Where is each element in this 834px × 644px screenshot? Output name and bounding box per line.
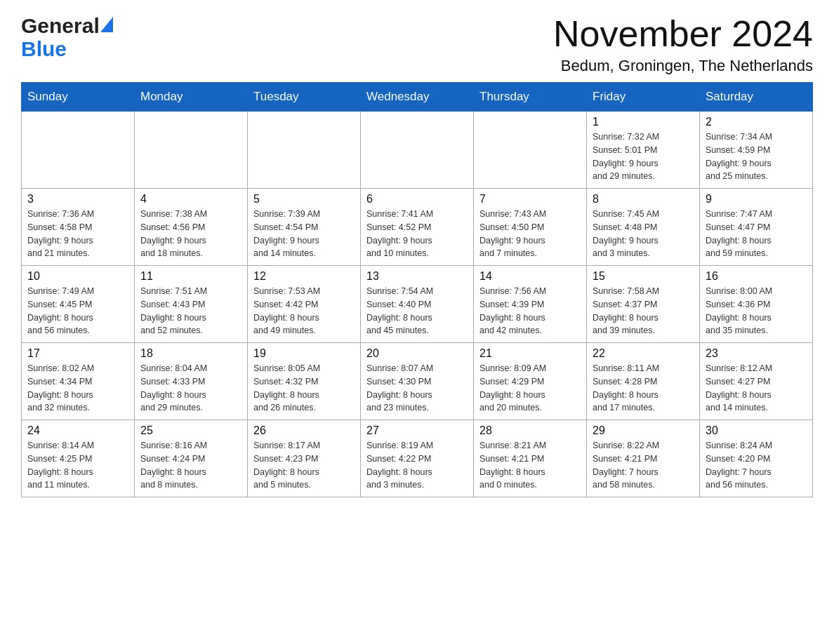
logo: General Blue [21,14,113,61]
calendar-cell: 1Sunrise: 7:32 AM Sunset: 5:01 PM Daylig… [587,112,700,189]
day-number: 27 [366,424,468,437]
day-info: Sunrise: 7:39 AM Sunset: 4:54 PM Dayligh… [253,208,355,260]
svg-marker-0 [100,17,113,32]
day-info: Sunrise: 8:22 AM Sunset: 4:21 PM Dayligh… [593,439,694,492]
day-number: 18 [140,347,241,360]
col-sunday: Sunday [22,83,135,112]
day-number: 14 [479,270,581,283]
day-info: Sunrise: 7:58 AM Sunset: 4:37 PM Dayligh… [593,285,694,337]
day-number: 28 [479,424,581,437]
day-info: Sunrise: 8:21 AM Sunset: 4:21 PM Dayligh… [479,439,581,492]
day-number: 11 [140,270,241,283]
calendar-cell: 26Sunrise: 8:17 AM Sunset: 4:23 PM Dayli… [248,420,361,497]
calendar-cell: 29Sunrise: 8:22 AM Sunset: 4:21 PM Dayli… [587,420,700,497]
calendar-cell: 5Sunrise: 7:39 AM Sunset: 4:54 PM Daylig… [248,189,361,266]
calendar-cell: 15Sunrise: 7:58 AM Sunset: 4:37 PM Dayli… [587,266,700,343]
calendar-cell: 11Sunrise: 7:51 AM Sunset: 4:43 PM Dayli… [135,266,248,343]
calendar-cell: 12Sunrise: 7:53 AM Sunset: 4:42 PM Dayli… [248,266,361,343]
calendar-cell: 13Sunrise: 7:54 AM Sunset: 4:40 PM Dayli… [361,266,474,343]
col-monday: Monday [135,83,248,112]
day-number: 12 [253,270,355,283]
calendar-cell: 6Sunrise: 7:41 AM Sunset: 4:52 PM Daylig… [361,189,474,266]
week-row-1: 1Sunrise: 7:32 AM Sunset: 5:01 PM Daylig… [22,112,813,189]
day-number: 13 [366,270,468,283]
header: General Blue November 2024 Bedum, Gronin… [21,14,813,75]
location-title: Bedum, Groningen, The Netherlands [553,57,813,75]
calendar-cell: 9Sunrise: 7:47 AM Sunset: 4:47 PM Daylig… [700,189,813,266]
day-info: Sunrise: 8:19 AM Sunset: 4:22 PM Dayligh… [366,439,468,492]
day-number: 26 [253,424,355,437]
day-info: Sunrise: 7:54 AM Sunset: 4:40 PM Dayligh… [366,285,468,337]
week-row-2: 3Sunrise: 7:36 AM Sunset: 4:58 PM Daylig… [22,189,813,266]
day-info: Sunrise: 7:56 AM Sunset: 4:39 PM Dayligh… [479,285,581,337]
day-number: 4 [140,193,241,206]
day-info: Sunrise: 8:12 AM Sunset: 4:27 PM Dayligh… [706,362,807,415]
calendar-cell: 8Sunrise: 7:45 AM Sunset: 4:48 PM Daylig… [587,189,700,266]
day-info: Sunrise: 7:47 AM Sunset: 4:47 PM Dayligh… [706,208,807,260]
calendar-cell: 10Sunrise: 7:49 AM Sunset: 4:45 PM Dayli… [22,266,135,343]
day-info: Sunrise: 7:41 AM Sunset: 4:52 PM Dayligh… [366,208,468,260]
day-info: Sunrise: 8:11 AM Sunset: 4:28 PM Dayligh… [593,362,694,415]
day-info: Sunrise: 7:53 AM Sunset: 4:42 PM Dayligh… [253,285,355,337]
calendar-cell: 2Sunrise: 7:34 AM Sunset: 4:59 PM Daylig… [700,112,813,189]
day-info: Sunrise: 8:16 AM Sunset: 4:24 PM Dayligh… [140,439,241,492]
calendar-cell [361,112,474,189]
day-number: 6 [366,193,468,206]
calendar-cell [135,112,248,189]
col-saturday: Saturday [700,83,813,112]
day-info: Sunrise: 8:04 AM Sunset: 4:33 PM Dayligh… [140,362,241,415]
calendar-cell: 18Sunrise: 8:04 AM Sunset: 4:33 PM Dayli… [135,343,248,420]
day-number: 25 [140,424,241,437]
calendar-table: Sunday Monday Tuesday Wednesday Thursday… [21,82,813,497]
calendar-cell: 28Sunrise: 8:21 AM Sunset: 4:21 PM Dayli… [474,420,587,497]
day-info: Sunrise: 7:34 AM Sunset: 4:59 PM Dayligh… [706,130,807,183]
day-info: Sunrise: 7:45 AM Sunset: 4:48 PM Dayligh… [593,208,694,260]
logo-general-text: General [21,14,100,37]
title-area: November 2024 Bedum, Groningen, The Neth… [553,14,813,75]
calendar-header-row: Sunday Monday Tuesday Wednesday Thursday… [22,83,813,112]
calendar-cell: 24Sunrise: 8:14 AM Sunset: 4:25 PM Dayli… [22,420,135,497]
calendar-cell: 3Sunrise: 7:36 AM Sunset: 4:58 PM Daylig… [22,189,135,266]
calendar-cell: 17Sunrise: 8:02 AM Sunset: 4:34 PM Dayli… [22,343,135,420]
day-info: Sunrise: 7:43 AM Sunset: 4:50 PM Dayligh… [479,208,581,260]
logo-blue-text: Blue [21,37,67,60]
day-number: 7 [479,193,581,206]
day-number: 19 [253,347,355,360]
day-number: 24 [27,424,128,437]
day-info: Sunrise: 7:49 AM Sunset: 4:45 PM Dayligh… [27,285,128,337]
week-row-5: 24Sunrise: 8:14 AM Sunset: 4:25 PM Dayli… [22,420,813,497]
calendar-cell: 27Sunrise: 8:19 AM Sunset: 4:22 PM Dayli… [361,420,474,497]
day-number: 23 [706,347,807,360]
week-row-4: 17Sunrise: 8:02 AM Sunset: 4:34 PM Dayli… [22,343,813,420]
day-info: Sunrise: 7:51 AM Sunset: 4:43 PM Dayligh… [140,285,241,337]
day-number: 16 [706,270,807,283]
logo-triangle-icon [100,17,113,35]
calendar-cell: 25Sunrise: 8:16 AM Sunset: 4:24 PM Dayli… [135,420,248,497]
day-number: 22 [593,347,694,360]
calendar-cell: 22Sunrise: 8:11 AM Sunset: 4:28 PM Dayli… [587,343,700,420]
day-info: Sunrise: 8:05 AM Sunset: 4:32 PM Dayligh… [253,362,355,415]
calendar-cell: 7Sunrise: 7:43 AM Sunset: 4:50 PM Daylig… [474,189,587,266]
day-number: 3 [27,193,128,206]
day-number: 9 [706,193,807,206]
col-friday: Friday [587,83,700,112]
day-info: Sunrise: 8:07 AM Sunset: 4:30 PM Dayligh… [366,362,468,415]
day-info: Sunrise: 8:02 AM Sunset: 4:34 PM Dayligh… [27,362,128,415]
day-number: 21 [479,347,581,360]
day-info: Sunrise: 8:09 AM Sunset: 4:29 PM Dayligh… [479,362,581,415]
col-thursday: Thursday [474,83,587,112]
day-number: 8 [593,193,694,206]
day-number: 29 [593,424,694,437]
calendar-cell: 19Sunrise: 8:05 AM Sunset: 4:32 PM Dayli… [248,343,361,420]
calendar-cell: 14Sunrise: 7:56 AM Sunset: 4:39 PM Dayli… [474,266,587,343]
day-number: 20 [366,347,468,360]
calendar-cell: 23Sunrise: 8:12 AM Sunset: 4:27 PM Dayli… [700,343,813,420]
col-tuesday: Tuesday [248,83,361,112]
day-number: 30 [706,424,807,437]
calendar-cell: 21Sunrise: 8:09 AM Sunset: 4:29 PM Dayli… [474,343,587,420]
month-title: November 2024 [553,14,813,54]
day-info: Sunrise: 7:36 AM Sunset: 4:58 PM Dayligh… [27,208,128,260]
col-wednesday: Wednesday [361,83,474,112]
day-number: 5 [253,193,355,206]
day-info: Sunrise: 7:32 AM Sunset: 5:01 PM Dayligh… [593,130,694,183]
